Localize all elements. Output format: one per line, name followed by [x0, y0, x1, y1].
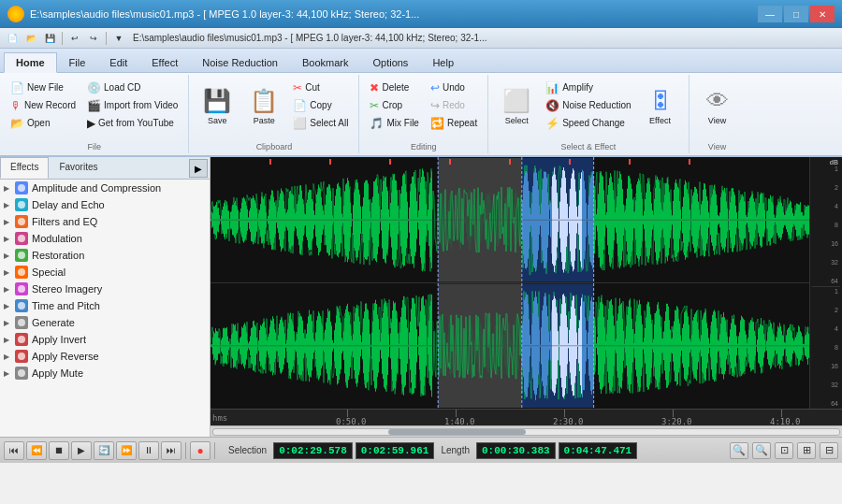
expand-icon-7: ▶ — [4, 302, 9, 310]
zoom-select-button[interactable]: ⊞ — [797, 442, 816, 459]
zoom-out-button[interactable]: 🔍 — [752, 442, 771, 459]
title-bar: E:\samples\audio files\music01.mp3 - [ M… — [0, 0, 842, 28]
qb-redo[interactable]: ↪ — [85, 30, 102, 47]
noise-reduction-button[interactable]: 🔇 Noise Reduction — [541, 96, 635, 114]
paste-button[interactable]: 📋 Paste — [241, 79, 286, 135]
svg-point-10 — [18, 353, 25, 360]
stop-button[interactable]: ⏹ — [49, 441, 69, 460]
effect-item-2[interactable]: ▶ Filters and EQ — [0, 213, 210, 230]
pause-button[interactable]: ⏸ — [138, 441, 159, 460]
waveform-canvas[interactable] — [210, 157, 809, 409]
clipboard-group-label: Clipboard — [189, 142, 358, 151]
open-button[interactable]: 📂 Open — [6, 114, 80, 132]
effect-label-0: Amplitude and Compression — [32, 182, 161, 194]
fast-forward-button[interactable]: ⏩ — [116, 441, 137, 460]
rewind-button[interactable]: ⏪ — [26, 441, 47, 460]
effect-item-6[interactable]: ▶ Stereo Imagery — [0, 281, 210, 297]
crop-button[interactable]: ✂ Crop — [365, 96, 423, 114]
zoom-in-button[interactable]: 🔍 — [730, 442, 748, 459]
ribbon-tab-effect[interactable]: Effect — [139, 52, 190, 72]
mix-file-button[interactable]: 🎵 Mix File — [365, 114, 423, 132]
import-video-button[interactable]: 🎬 Import from Video — [82, 96, 182, 114]
repeat-button[interactable]: 🔁 Repeat — [426, 114, 482, 132]
file-group-label: File — [0, 142, 188, 151]
redo-button[interactable]: ↪ Redo — [426, 96, 482, 114]
ribbon-tab-home[interactable]: Home — [4, 52, 57, 73]
select-effect-label: Select & Effect — [488, 142, 688, 151]
window-controls: — □ ✕ — [758, 6, 835, 22]
expand-icon-1: ▶ — [4, 201, 9, 209]
save-icon: 💾 — [203, 88, 231, 114]
play-button[interactable]: ▶ — [71, 441, 92, 460]
undo-button[interactable]: ↩ Undo — [426, 79, 482, 96]
new-file-button[interactable]: 📄 New File — [6, 79, 80, 96]
speed-change-button[interactable]: ⚡ Speed Change — [541, 114, 635, 132]
mix-icon: 🎵 — [370, 117, 384, 130]
get-youtube-button[interactable]: ▶ Get from YouTube — [82, 114, 182, 132]
transport-bar: ⏮ ⏪ ⏹ ▶ 🔄 ⏩ ⏸ ⏭ ● Selection 0:02:29.578 … — [0, 437, 842, 463]
amplify-button[interactable]: 📊 Amplify — [541, 79, 635, 96]
qb-save[interactable]: 💾 — [41, 30, 58, 47]
ribbon-tab-bookmark[interactable]: Bookmark — [290, 52, 361, 72]
effect-item-9[interactable]: ▶ Apply Invert — [0, 331, 210, 348]
ribbon-tab-help[interactable]: Help — [420, 52, 466, 72]
svg-point-2 — [18, 218, 25, 225]
file-path: E:\samples\audio files\music01.mp3 - [ M… — [133, 33, 694, 43]
effect-icon-5 — [15, 266, 28, 279]
load-cd-button[interactable]: 💿 Load CD — [82, 79, 182, 96]
scrollbar-track — [212, 428, 840, 436]
select-button[interactable]: ⬜ Select — [494, 79, 539, 135]
loop-button[interactable]: 🔄 — [94, 441, 114, 460]
import-video-icon: 🎬 — [87, 99, 101, 112]
scrollbar-thumb[interactable] — [388, 429, 526, 435]
skip-forward-button[interactable]: ⏭ — [161, 441, 181, 460]
waveform-main[interactable] — [210, 157, 809, 409]
ribbon-tab-noise-reduction[interactable]: Noise Reduction — [190, 52, 290, 72]
zoom-fit-button[interactable]: ⊡ — [775, 442, 793, 459]
h-scrollbar[interactable] — [210, 425, 842, 437]
qb-undo[interactable]: ↩ — [66, 30, 83, 47]
panel-nav-btn[interactable]: ▶ — [189, 159, 208, 178]
maximize-button[interactable]: □ — [784, 6, 808, 22]
effect-item-0[interactable]: ▶ Amplitude and Compression — [0, 180, 210, 196]
cut-button[interactable]: ✂ Cut — [288, 79, 353, 96]
ribbon-tab-file[interactable]: File — [57, 52, 98, 72]
panel-tabs: Effects Favorites ▶ — [0, 157, 210, 180]
effects-tab[interactable]: Effects — [0, 157, 49, 179]
minimize-button[interactable]: — — [758, 6, 782, 22]
qb-dropdown[interactable]: ▼ — [110, 30, 127, 47]
favorites-tab[interactable]: Favorites — [49, 157, 108, 179]
ribbon-tab-options[interactable]: Options — [360, 52, 420, 72]
save-button[interactable]: 💾 Save — [195, 79, 240, 135]
copy-button[interactable]: 📄 Copy — [288, 96, 353, 114]
effect-button[interactable]: 🎛 Effect — [638, 79, 683, 135]
record-button[interactable]: ● — [190, 441, 210, 460]
effect-item-5[interactable]: ▶ Special — [0, 264, 210, 281]
skip-back-button[interactable]: ⏮ — [4, 441, 24, 460]
effect-icon-8 — [15, 316, 28, 329]
effect-item-11[interactable]: ▶ Apply Mute — [0, 365, 210, 382]
toolbar-separator — [62, 32, 63, 45]
qb-open[interactable]: 📂 — [22, 30, 39, 47]
zoom-extra-button[interactable]: ⊟ — [820, 442, 838, 459]
effect-label-6: Stereo Imagery — [32, 283, 102, 295]
ribbon-tab-edit[interactable]: Edit — [97, 52, 139, 72]
effect-item-4[interactable]: ▶ Restoration — [0, 247, 210, 264]
effect-item-3[interactable]: ▶ Modulation — [0, 230, 210, 247]
effect-item-7[interactable]: ▶ Time and Pitch — [0, 297, 210, 314]
expand-icon-6: ▶ — [4, 285, 9, 294]
effect-item-8[interactable]: ▶ Generate — [0, 314, 210, 331]
select-all-button[interactable]: ⬜ Select All — [288, 114, 353, 132]
expand-icon-10: ▶ — [4, 353, 9, 361]
ribbon-group-file: 📄 New File 🎙 New Record 📂 Open 💿 Load CD — [0, 75, 189, 153]
qb-new[interactable]: 📄 — [4, 30, 21, 47]
new-record-button[interactable]: 🎙 New Record — [6, 96, 80, 114]
close-button[interactable]: ✕ — [810, 6, 835, 22]
effect-icon-0 — [15, 181, 28, 194]
effect-item-1[interactable]: ▶ Delay and Echo — [0, 196, 210, 213]
amplify-icon: 📊 — [545, 81, 559, 94]
effect-label-5: Special — [32, 266, 65, 278]
effect-item-10[interactable]: ▶ Apply Reverse — [0, 348, 210, 365]
view-button[interactable]: 👁 View — [695, 79, 740, 135]
delete-button[interactable]: ✖ Delete — [365, 79, 423, 96]
